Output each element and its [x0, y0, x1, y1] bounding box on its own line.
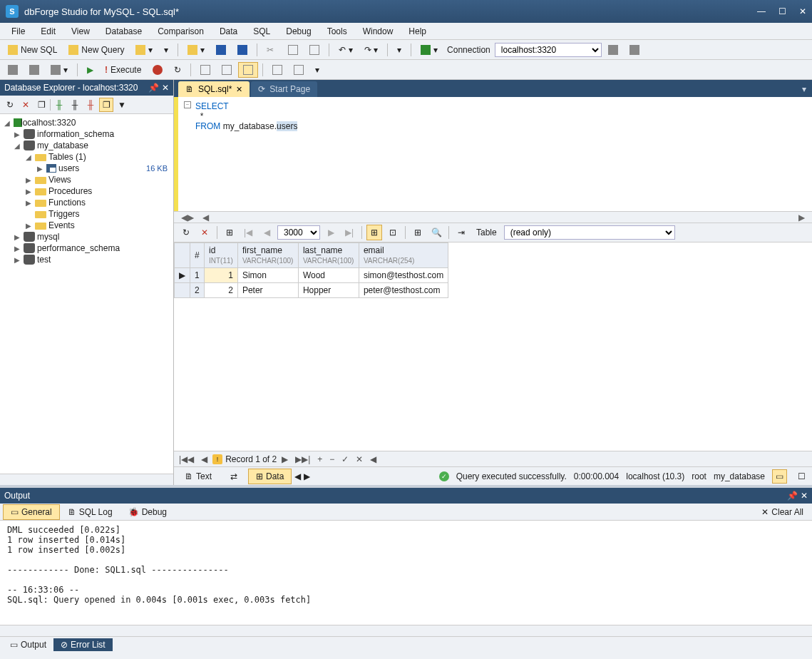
refresh-tree-button[interactable]: ↻ — [3, 98, 17, 112]
stop-button[interactable] — [148, 62, 168, 78]
dropdown-2[interactable]: ▾ — [392, 42, 406, 58]
refresh-button[interactable]: ↻ — [169, 62, 186, 78]
grid-mode-2[interactable]: ⊡ — [385, 225, 401, 240]
refresh-grid-button[interactable]: ↻ — [178, 225, 194, 240]
menu-window[interactable]: Window — [356, 24, 401, 39]
search-button[interactable]: 🔍 — [428, 225, 444, 240]
cell-id[interactable]: 2 — [205, 283, 238, 298]
conn-tool2-button[interactable] — [625, 42, 644, 58]
menu-sql[interactable]: SQL — [246, 24, 277, 39]
folder-node[interactable]: ▶Events — [1, 220, 172, 231]
output-body[interactable]: DML succeeded [0.022s] 1 row inserted [0… — [0, 521, 812, 625]
table-row[interactable]: 2 2 Peter Hopper peter@testhost.com — [175, 283, 448, 298]
cell-em[interactable]: simon@testhost.com — [359, 268, 448, 283]
text-tab[interactable]: 🗎Text — [177, 469, 220, 484]
db-node[interactable]: ▶mysql — [1, 231, 172, 242]
menu-database[interactable]: Database — [98, 24, 149, 39]
menu-view[interactable]: View — [64, 24, 97, 39]
db-node[interactable]: ▶performance_schema — [1, 242, 172, 254]
dropdown-button[interactable]: ▾ — [159, 42, 173, 58]
menu-tools[interactable]: Tools — [320, 24, 354, 39]
export-button[interactable]: ⇥ — [453, 225, 469, 240]
cell-ln[interactable]: Wood — [298, 268, 359, 283]
menu-data[interactable]: Data — [212, 24, 245, 39]
menu-edit[interactable]: Edit — [34, 24, 63, 39]
view-tool-3[interactable] — [238, 62, 258, 78]
dropdown-3[interactable]: ▾ — [310, 62, 324, 78]
conn-tool-button[interactable] — [603, 42, 623, 58]
server-node[interactable]: ◢localhost:3320 — [1, 117, 172, 128]
new-sql-button[interactable]: New SQL — [3, 42, 62, 58]
nav-first[interactable]: |◀◀ — [177, 454, 196, 464]
filter-3[interactable]: ╫ — [83, 98, 98, 112]
cell-em[interactable]: peter@testhost.com — [359, 283, 448, 298]
folder-node[interactable]: ▶Procedures — [1, 185, 172, 197]
new-window-button[interactable]: ❐ — [34, 98, 48, 112]
save-button[interactable] — [211, 42, 231, 58]
paste-button[interactable] — [304, 42, 324, 58]
pin-icon[interactable]: 📌 — [787, 491, 798, 501]
nav-back[interactable]: ◀ — [368, 454, 379, 464]
data-prev[interactable]: ◀ — [294, 471, 301, 481]
output-scrollbar[interactable] — [0, 625, 812, 636]
cut-button[interactable]: ✂ — [262, 42, 282, 58]
minimize-button[interactable]: — — [757, 6, 766, 16]
connection-icon[interactable]: ▾ — [416, 42, 443, 58]
view-toggle-1[interactable]: ▭ — [772, 469, 787, 484]
sql-editor[interactable]: − SELECT * FROM my_database.users — [174, 97, 812, 211]
folder-node[interactable]: Triggers — [1, 208, 172, 220]
tab-sql[interactable]: 🗎SQL.sql*✕ — [178, 81, 250, 97]
grid-view-icon[interactable]: ⊞ — [222, 225, 237, 240]
menu-help[interactable]: Help — [401, 24, 433, 39]
output-btab[interactable]: ▭Output — [3, 638, 53, 651]
result-grid[interactable]: # idINT(11) first_nameVARCHAR(100) last_… — [174, 242, 812, 451]
cell-id[interactable]: 1 — [205, 268, 238, 283]
col-email[interactable]: emailVARCHAR(254) — [359, 243, 448, 268]
errors-btab[interactable]: ⊘Error List — [53, 638, 113, 651]
mode-select[interactable]: (read only) — [504, 225, 675, 240]
connection-select[interactable]: localhost:3320 — [495, 43, 602, 57]
copy-button[interactable] — [283, 42, 303, 58]
fold-icon[interactable]: − — [184, 101, 191, 108]
view-toggle-2[interactable]: ☐ — [794, 469, 809, 484]
data-tab[interactable]: ⊞Data — [248, 469, 292, 484]
db-tool-3[interactable]: ▾ — [46, 62, 73, 78]
nav-next[interactable]: ▶ — [279, 454, 290, 464]
sql-log-tab[interactable]: 🗎SQL Log — [60, 504, 120, 520]
db-tool-2[interactable] — [24, 62, 44, 78]
explorer-scrollbar[interactable] — [0, 474, 173, 485]
editor-scroll[interactable]: ◀▶◀▶ — [174, 211, 812, 223]
nav-ok[interactable]: ✓ — [339, 454, 351, 464]
folder-node[interactable]: ▶Functions — [1, 197, 172, 208]
view-tool-2[interactable] — [217, 62, 237, 78]
nav-add[interactable]: + — [315, 454, 324, 464]
menu-debug[interactable]: Debug — [279, 24, 318, 39]
next-page[interactable]: ▶ — [323, 225, 339, 240]
clear-all-button[interactable]: ✕Clear All — [756, 505, 809, 519]
nav-prev[interactable]: ◀ — [199, 454, 210, 464]
db-node[interactable]: ▶information_schema — [1, 128, 172, 140]
db-node[interactable]: ◢my_database — [1, 140, 172, 151]
tables-folder[interactable]: ◢Tables (1) — [1, 151, 172, 163]
nav-cancel[interactable]: ✕ — [354, 454, 365, 464]
panel-close-icon[interactable]: ✕ — [801, 491, 808, 501]
last-page[interactable]: ▶| — [341, 225, 357, 240]
view-tool-5[interactable] — [289, 62, 309, 78]
tab-overflow[interactable]: ▾ — [796, 81, 812, 97]
pin-icon[interactable]: 📌 — [148, 83, 159, 93]
run-button[interactable]: ▶ — [82, 62, 98, 78]
col-id[interactable]: idINT(11) — [205, 243, 238, 268]
delete-button[interactable]: ✕ — [19, 98, 33, 112]
menu-file[interactable]: File — [4, 24, 32, 39]
view-tool-4[interactable] — [267, 62, 287, 78]
save-all-button[interactable] — [232, 42, 252, 58]
page-select[interactable]: 3000 — [277, 225, 320, 240]
menu-comparison[interactable]: Comparison — [150, 24, 211, 39]
open-file-button[interactable]: ▾ — [183, 42, 210, 58]
tab-start[interactable]: ⟳Start Page — [251, 81, 317, 97]
first-page[interactable]: |◀ — [240, 225, 256, 240]
execute-button[interactable]: !Execute — [100, 62, 146, 78]
col-first-name[interactable]: first_nameVARCHAR(100) — [237, 243, 298, 268]
cell-fn[interactable]: Peter — [237, 283, 298, 298]
swap-button[interactable]: ⇄ — [222, 469, 245, 484]
